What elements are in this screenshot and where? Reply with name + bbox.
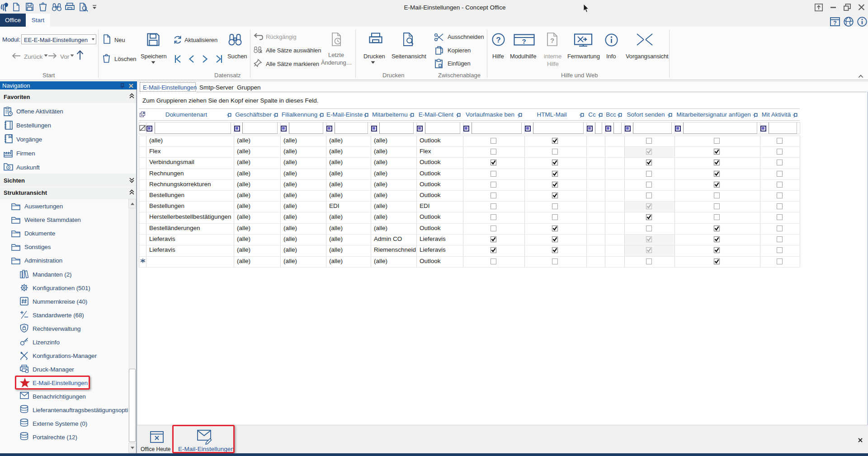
- svg-text:?: ?: [522, 38, 526, 45]
- svg-text:?: ?: [833, 20, 836, 26]
- svg-text:?: ?: [550, 37, 554, 44]
- svg-text:?: ?: [496, 36, 500, 44]
